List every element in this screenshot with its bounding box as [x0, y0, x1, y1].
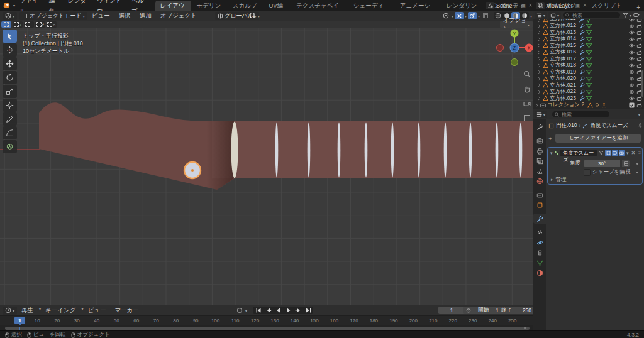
jump-to-end-button[interactable]: [303, 307, 313, 314]
expand-icon[interactable]: [537, 24, 543, 28]
outliner-search-input[interactable]: [571, 12, 618, 19]
disable-render-icon[interactable]: [636, 102, 642, 108]
expand-icon[interactable]: [537, 37, 543, 41]
viewport-menu-選択[interactable]: 選択: [114, 12, 135, 20]
tool-select-box[interactable]: [3, 30, 17, 43]
chevron-down-icon[interactable]: ▾: [452, 14, 453, 18]
expand-icon[interactable]: [537, 57, 543, 61]
expand-icon[interactable]: [537, 30, 543, 35]
hide-eye-icon[interactable]: [629, 89, 635, 95]
select-mode-button[interactable]: −: [24, 21, 34, 28]
options-dropdown[interactable]: オプション▾: [500, 21, 533, 28]
shading-wireframe-icon[interactable]: [494, 12, 502, 19]
expand-icon[interactable]: [537, 70, 543, 74]
expand-icon[interactable]: [537, 83, 543, 87]
properties-tab-tool[interactable]: [533, 122, 546, 132]
hide-eye-icon[interactable]: [629, 63, 635, 68]
attribute-input-toggle[interactable]: [622, 160, 630, 167]
workspace-tab[interactable]: レイアウト: [155, 1, 192, 11]
outliner-scene-dropdown[interactable]: ▾: [548, 12, 561, 19]
properties-search[interactable]: [552, 111, 609, 117]
tool-add-cube[interactable]: [3, 140, 17, 153]
properties-tab-scene[interactable]: [533, 166, 546, 176]
chevron-down-icon[interactable]: ▾: [478, 14, 480, 18]
workspace-tab[interactable]: レンダリング: [441, 1, 483, 11]
fret[interactable]: [418, 123, 421, 178]
properties-editor-dropdown[interactable]: ▾: [535, 111, 547, 118]
tool-transform[interactable]: [3, 99, 17, 112]
properties-tab-particles[interactable]: [533, 227, 546, 237]
tool-move[interactable]: [3, 57, 17, 70]
ortho-grid-icon[interactable]: [522, 113, 532, 123]
timeline-menu-キーイング[interactable]: キーイング: [41, 307, 80, 315]
select-mode-button[interactable]: ∩: [47, 21, 57, 28]
properties-tab-view-layer[interactable]: [533, 156, 546, 166]
disable-render-icon[interactable]: [636, 56, 642, 62]
editor-type-dropdown[interactable]: ▾: [3, 12, 17, 20]
workspace-tab[interactable]: スクリプト作成: [586, 1, 633, 11]
axis-x-minus[interactable]: [497, 45, 504, 52]
prev-keyframe-button[interactable]: [263, 307, 273, 314]
filter-icon[interactable]: [599, 150, 604, 156]
xray-toggle-icon[interactable]: [455, 12, 464, 19]
hide-eye-icon[interactable]: [629, 76, 635, 82]
tool-annotate[interactable]: [3, 112, 17, 126]
expand-icon[interactable]: [537, 50, 543, 55]
scrollbar-knob[interactable]: [524, 327, 526, 329]
disable-render-icon[interactable]: [636, 43, 642, 48]
selected-cylinder[interactable]: [184, 162, 201, 178]
select-mode-button[interactable]: ≠: [35, 21, 45, 28]
ignore-sharpness-checkbox[interactable]: [584, 169, 591, 176]
tool-scale[interactable]: [3, 85, 17, 98]
disable-render-icon[interactable]: [636, 23, 642, 29]
chevron-down-icon[interactable]: ▾: [530, 14, 532, 18]
fretboard[interactable]: [212, 121, 533, 178]
camera-view-icon[interactable]: [522, 99, 532, 109]
disable-render-icon[interactable]: [636, 30, 642, 35]
properties-tab-collection[interactable]: [533, 190, 546, 200]
drag-handle-icon[interactable]: ⁙: [638, 150, 642, 156]
disable-render-icon[interactable]: [636, 50, 642, 55]
frame-start-field[interactable]: 開始 1: [463, 307, 502, 314]
outliner-scrollbar[interactable]: [641, 70, 643, 97]
fret[interactable]: [338, 123, 341, 178]
fret[interactable]: [391, 123, 394, 178]
timeline-menu-マーカー[interactable]: マーカー: [110, 307, 143, 315]
outliner-display-mode-dropdown[interactable]: ▾: [535, 12, 547, 19]
fret[interactable]: [496, 123, 499, 178]
outliner-search[interactable]: [563, 12, 620, 18]
chevron-down-icon[interactable]: ▾: [638, 112, 640, 117]
current-frame-field[interactable]: 1: [438, 307, 465, 314]
fret[interactable]: [365, 123, 368, 178]
show-on-cage-toggle[interactable]: [605, 150, 611, 156]
blender-logo-icon[interactable]: [3, 1, 11, 9]
scene-selector[interactable]: Scene ⚲ ▣ ✕: [486, 1, 533, 9]
fret[interactable]: [469, 123, 472, 178]
add-workspace-button[interactable]: +: [633, 4, 644, 11]
fret[interactable]: [444, 123, 447, 178]
viewport-menu-オブジェクト[interactable]: オブジェクト: [156, 12, 201, 20]
show-in-viewport-toggle[interactable]: [612, 150, 618, 156]
timeline-editor-dropdown[interactable]: ▾: [3, 307, 17, 315]
hide-eye-icon[interactable]: [629, 50, 635, 55]
show-render-toggle[interactable]: [619, 150, 625, 156]
add-modifier-button[interactable]: モディファイアーを追加: [555, 134, 641, 143]
expand-icon[interactable]: [537, 43, 543, 48]
pin-icon[interactable]: ⚲: [515, 3, 519, 8]
expand-icon[interactable]: [537, 77, 543, 81]
properties-tab-material[interactable]: [533, 268, 546, 278]
properties-tab-output[interactable]: [533, 146, 546, 156]
animate-dot[interactable]: [636, 172, 638, 173]
overlays-toggle-icon[interactable]: [481, 12, 490, 19]
hide-eye-icon[interactable]: [629, 69, 635, 75]
pin-icon[interactable]: [638, 123, 643, 128]
select-mode-button[interactable]: +: [13, 21, 23, 28]
properties-tab-object[interactable]: [533, 200, 546, 210]
viewlayer-name[interactable]: ViewLayer: [547, 3, 573, 9]
expand-icon[interactable]: [537, 90, 543, 94]
copy-scene-icon[interactable]: ▣: [521, 3, 526, 8]
manage-subpanel-row[interactable]: ▸ 管理: [548, 176, 642, 183]
outliner-collection-row[interactable]: コレクション 2: [533, 102, 644, 109]
breadcrumb-object[interactable]: 円柱.010: [556, 122, 577, 129]
outliner-filter-dropdown[interactable]: ▾: [623, 13, 631, 18]
